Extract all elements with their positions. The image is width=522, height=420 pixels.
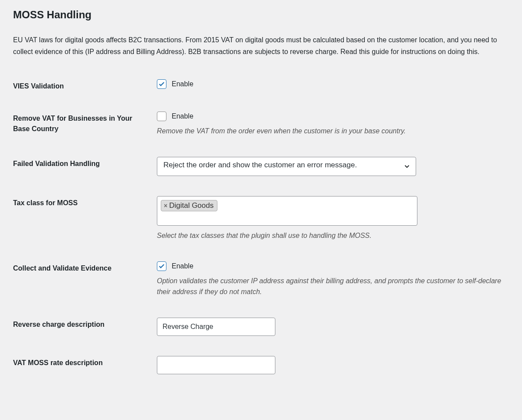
checkbox-collect-evidence[interactable]: [157, 261, 166, 271]
row-collect-evidence: Collect and Validate Evidence Enable Opt…: [13, 261, 509, 298]
section-title: MOSS Handling: [13, 9, 509, 21]
checkbox-remove-vat-base[interactable]: [157, 112, 166, 121]
help-tax-class-moss: Select the tax classes that the plugin s…: [157, 230, 505, 241]
tag-input-tax-class[interactable]: × Digital Goods: [157, 196, 417, 226]
row-vat-moss-rate-desc: VAT MOSS rate description: [13, 356, 509, 374]
label-collect-evidence: Collect and Validate Evidence: [13, 261, 157, 274]
input-vat-moss-rate-desc[interactable]: [157, 356, 275, 374]
select-failed-validation[interactable]: Reject the order and show the customer a…: [157, 157, 416, 176]
input-reverse-charge-desc[interactable]: [157, 318, 275, 336]
checkmark-icon: [158, 81, 165, 88]
checkbox-vies-validation[interactable]: [157, 79, 166, 89]
row-reverse-charge-desc: Reverse charge description: [13, 318, 509, 336]
section-description: EU VAT laws for digital goods affects B2…: [13, 34, 509, 58]
row-remove-vat-base: Remove VAT for Businesses in Your Base C…: [13, 112, 509, 137]
checkbox-label-vies: Enable: [172, 80, 193, 88]
label-failed-validation: Failed Validation Handling: [13, 157, 157, 169]
label-reverse-charge-desc: Reverse charge description: [13, 318, 157, 330]
row-failed-validation: Failed Validation Handling Reject the or…: [13, 157, 509, 176]
tag-label: Digital Goods: [169, 201, 214, 210]
label-vat-moss-rate-desc: VAT MOSS rate description: [13, 356, 157, 368]
help-remove-vat-base: Remove the VAT from the order even when …: [157, 125, 505, 137]
tag-digital-goods: × Digital Goods: [161, 200, 217, 211]
row-tax-class-moss: Tax class for MOSS × Digital Goods Selec…: [13, 196, 509, 241]
help-collect-evidence: Option validates the customer IP address…: [157, 275, 505, 298]
row-vies-validation: VIES Validation Enable: [13, 79, 509, 91]
checkbox-label-collect-evidence: Enable: [172, 262, 193, 270]
checkbox-label-remove-vat-base: Enable: [172, 112, 193, 120]
checkmark-icon: [158, 263, 165, 270]
label-remove-vat-base: Remove VAT for Businesses in Your Base C…: [13, 112, 157, 134]
label-vies-validation: VIES Validation: [13, 79, 157, 91]
label-tax-class-moss: Tax class for MOSS: [13, 196, 157, 208]
tag-remove-icon[interactable]: ×: [164, 202, 167, 209]
